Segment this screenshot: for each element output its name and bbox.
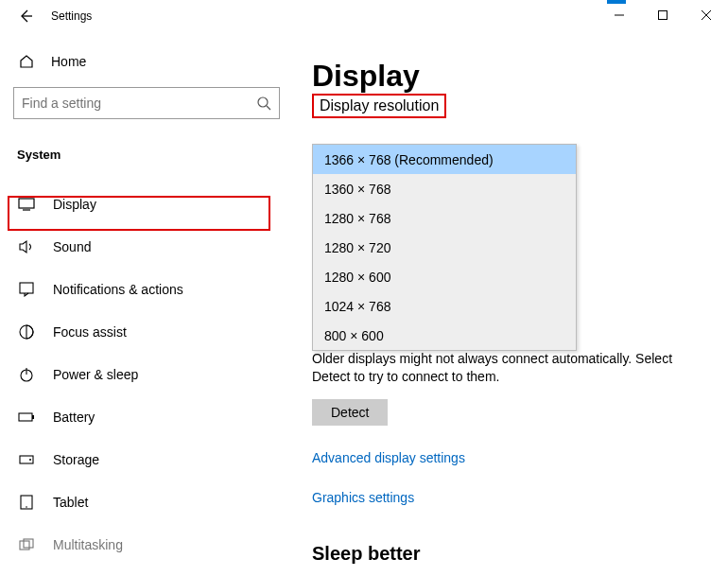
resolution-option[interactable]: 1280 × 768 <box>313 203 576 233</box>
sound-icon <box>17 237 36 256</box>
arrow-left-icon <box>17 8 34 25</box>
home-label: Home <box>51 54 86 69</box>
search-input[interactable] <box>22 96 256 111</box>
link-advanced-display[interactable]: Advanced display settings <box>312 450 707 465</box>
nav-focus[interactable]: Focus assist <box>13 310 280 353</box>
category-header: System <box>13 148 280 162</box>
resolution-option[interactable]: 1366 × 768 (Recommended) <box>313 145 576 174</box>
maximize-button[interactable] <box>641 0 685 30</box>
svg-rect-13 <box>19 413 32 421</box>
home-icon <box>17 53 36 70</box>
nav-multitasking[interactable]: Multitasking <box>13 523 280 566</box>
nav-notifications[interactable]: Notifications & actions <box>13 268 280 310</box>
focus-icon <box>17 323 36 341</box>
sleep-better-header: Sleep better <box>312 543 707 565</box>
storage-icon <box>17 450 36 469</box>
svg-line-6 <box>267 106 270 110</box>
nav-battery[interactable]: Battery <box>13 395 280 438</box>
minimize-icon <box>615 10 624 20</box>
nav-power[interactable]: Power & sleep <box>13 353 280 395</box>
power-icon <box>17 365 36 384</box>
detect-button[interactable]: Detect <box>312 399 388 426</box>
nav-storage[interactable]: Storage <box>13 438 280 480</box>
nav-label: Multitasking <box>53 537 123 552</box>
tablet-icon <box>17 493 36 512</box>
nav-sound[interactable]: Sound <box>13 225 280 268</box>
detect-description: Older displays might not always connect … <box>312 350 707 386</box>
nav-label: Tablet <box>53 495 88 510</box>
svg-rect-19 <box>20 541 29 550</box>
section-display-resolution: Display resolution <box>312 94 446 118</box>
nav-label: Power & sleep <box>53 367 138 382</box>
back-button[interactable] <box>13 4 38 28</box>
resolution-option[interactable]: 1024 × 768 <box>313 291 576 321</box>
search-box[interactable] <box>13 87 280 119</box>
nav-label: Sound <box>53 239 91 254</box>
nav-label: Notifications & actions <box>53 282 183 297</box>
minimize-button[interactable] <box>598 0 641 30</box>
notifications-icon <box>17 280 36 299</box>
nav-tablet[interactable]: Tablet <box>13 480 280 523</box>
svg-point-5 <box>258 97 268 107</box>
close-icon <box>702 10 711 20</box>
svg-rect-9 <box>20 283 33 293</box>
resolution-option[interactable]: 800 × 600 <box>313 321 576 350</box>
resolution-option[interactable]: 1280 × 600 <box>313 262 576 291</box>
subheader-text: Display resolution <box>320 97 439 113</box>
page-title: Display <box>312 59 707 94</box>
resolution-dropdown[interactable]: 1366 × 768 (Recommended) 1360 × 768 1280… <box>312 144 577 351</box>
nav-label: Battery <box>53 410 95 425</box>
link-graphics-settings[interactable]: Graphics settings <box>312 490 707 505</box>
svg-point-18 <box>26 506 27 508</box>
window-title: Settings <box>51 9 92 23</box>
nav-list: Display Sound Notifications & actions Fo… <box>13 183 280 566</box>
battery-icon <box>17 408 36 427</box>
multitasking-icon <box>17 535 36 554</box>
svg-rect-2 <box>659 11 667 20</box>
search-icon <box>256 96 271 111</box>
home-nav[interactable]: Home <box>13 44 280 79</box>
maximize-icon <box>658 10 667 20</box>
svg-rect-7 <box>19 199 34 208</box>
svg-point-16 <box>29 459 31 461</box>
display-icon <box>17 195 36 214</box>
resolution-option[interactable]: 1280 × 720 <box>313 233 576 262</box>
nav-label: Focus assist <box>53 324 127 340</box>
nav-display[interactable]: Display <box>13 183 280 225</box>
close-button[interactable] <box>685 0 728 30</box>
svg-rect-14 <box>32 415 34 419</box>
nav-label: Storage <box>53 452 99 467</box>
nav-label: Display <box>53 197 96 212</box>
resolution-option[interactable]: 1360 × 768 <box>313 174 576 203</box>
svg-rect-20 <box>24 539 33 548</box>
